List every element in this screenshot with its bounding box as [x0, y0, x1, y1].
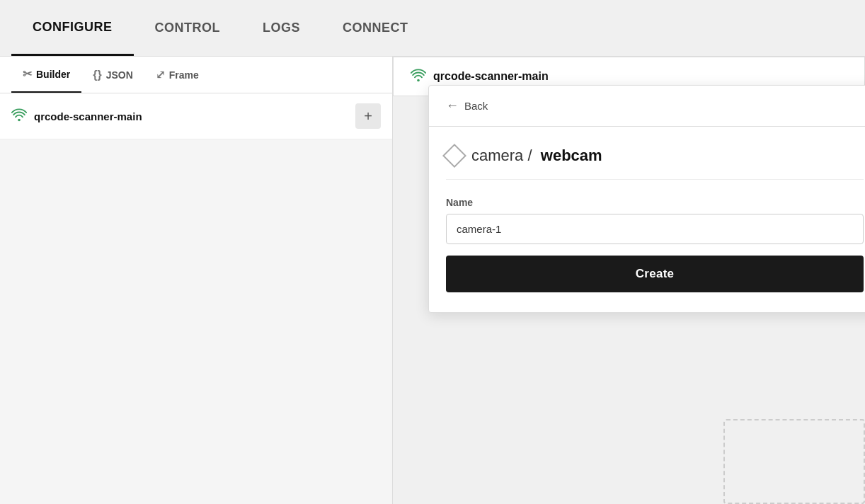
create-button[interactable]: Create: [446, 256, 864, 292]
machine-name: qrcode-scanner-main: [34, 110, 348, 122]
name-input[interactable]: [446, 214, 864, 244]
right-panel: qrcode-scanner-main ← Back camera / webc…: [393, 57, 865, 504]
left-sidebar: ✂ Builder {} JSON ⤢ Frame qrcode-scanner…: [0, 57, 393, 504]
machine-header-icon: [411, 69, 426, 84]
sub-nav-json[interactable]: {} JSON: [81, 57, 144, 93]
svg-point-0: [18, 119, 21, 122]
nav-control[interactable]: CONTROL: [134, 0, 242, 56]
sub-nav: ✂ Builder {} JSON ⤢ Frame: [0, 57, 392, 93]
modal-title-row: camera / webcam: [446, 147, 864, 180]
modal-body: camera / webcam Name Create: [429, 127, 865, 312]
machine-icon: [11, 108, 27, 124]
dashed-placeholder: [723, 419, 865, 504]
frame-icon: ⤢: [156, 68, 165, 81]
machine-list-item[interactable]: qrcode-scanner-main +: [0, 93, 392, 139]
back-label: Back: [464, 100, 488, 112]
top-nav: CONFIGURE CONTROL LOGS CONNECT: [0, 0, 865, 57]
modal-title-bold: webcam: [541, 147, 602, 164]
sub-nav-builder[interactable]: ✂ Builder: [11, 57, 81, 93]
nav-connect[interactable]: CONNECT: [321, 0, 430, 56]
modal-title-prefix: camera /: [471, 147, 532, 164]
modal-title: camera / webcam: [471, 147, 602, 165]
machine-header-name: qrcode-scanner-main: [433, 70, 549, 83]
nav-logs[interactable]: LOGS: [241, 0, 321, 56]
json-icon: {}: [93, 69, 101, 81]
sub-nav-frame[interactable]: ⤢ Frame: [144, 57, 210, 93]
sub-nav-json-label: JSON: [106, 69, 133, 81]
main-layout: ✂ Builder {} JSON ⤢ Frame qrcode-scanner…: [0, 57, 865, 504]
add-button[interactable]: +: [355, 103, 381, 129]
nav-configure[interactable]: CONFIGURE: [11, 0, 134, 56]
diamond-icon: [442, 144, 466, 168]
builder-icon: ✂: [23, 67, 32, 81]
back-arrow-icon: ←: [446, 98, 459, 113]
name-label: Name: [446, 197, 864, 208]
modal: ← Back camera / webcam Name Create: [428, 85, 865, 313]
svg-point-1: [417, 79, 420, 82]
sub-nav-builder-label: Builder: [36, 69, 70, 80]
sub-nav-frame-label: Frame: [169, 69, 199, 81]
modal-back-button[interactable]: ← Back: [429, 86, 865, 127]
